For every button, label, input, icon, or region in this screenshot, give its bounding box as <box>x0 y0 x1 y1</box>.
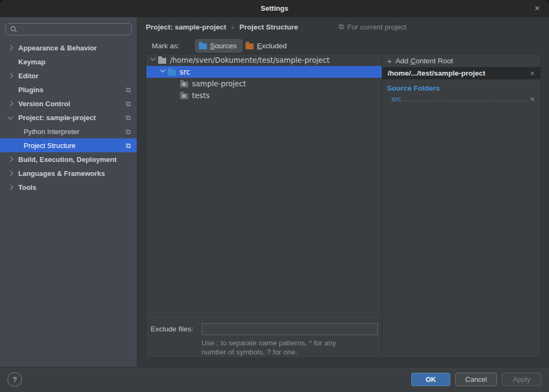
chevron-right-icon <box>8 157 13 162</box>
project-settings-icon: ⧉ <box>126 114 131 121</box>
sidebar-item-label: Version Control <box>18 100 70 108</box>
sidebar-item-label: Keymap <box>18 58 46 66</box>
chevron-right-icon <box>8 45 13 50</box>
chevron-right-icon <box>8 171 13 176</box>
sidebar-item-keymap[interactable]: Keymap <box>0 55 137 69</box>
excluded-folder-icon <box>246 43 254 49</box>
breadcrumb-separator-icon: › <box>232 23 234 31</box>
folder-icon <box>180 82 188 87</box>
tree-row-tests[interactable]: tests <box>146 90 382 101</box>
apply-button[interactable]: Apply <box>502 373 541 386</box>
mark-excluded-label: Excluded <box>257 42 287 50</box>
content-root-row[interactable]: /home/.../test/sample-project ✕ <box>382 67 540 79</box>
sidebar-item-label: Tools <box>18 183 36 191</box>
settings-nav: Appearance & Behavior Keymap Editor Plug… <box>0 41 137 194</box>
question-icon: ? <box>12 375 17 384</box>
exclude-hint-line2: number of symbols, ? for one. <box>202 348 298 356</box>
settings-body: Appearance & Behavior Keymap Editor Plug… <box>0 17 549 392</box>
window-title: Settings <box>0 0 549 17</box>
close-icon[interactable]: ✕ <box>530 0 545 17</box>
project-settings-icon: ⧉ <box>126 128 131 135</box>
sidebar-item-label: Languages & Frameworks <box>18 169 105 177</box>
tree-row-content-root[interactable]: /home/sven/Dokumente/test/sample-project <box>146 54 382 66</box>
source-folder-name: src <box>391 95 401 103</box>
mark-sources-label: Sources <box>210 42 237 50</box>
sidebar-item-label: Editor <box>18 72 39 80</box>
add-content-root-label: Add Content Root <box>396 57 453 65</box>
tree-row-label: src <box>180 68 190 76</box>
content-root-tree-panel: /home/sven/Dokumente/test/sample-project… <box>146 54 382 358</box>
remove-content-root-icon[interactable]: ✕ <box>530 70 535 77</box>
scope-note-label: For current project <box>347 23 406 31</box>
exclude-hint-line1: Use ; to separate name patterns, * for a… <box>202 339 336 347</box>
cancel-button[interactable]: Cancel <box>455 373 497 386</box>
sidebar-item-version-control[interactable]: Version Control ⧉ <box>0 97 137 110</box>
plus-icon: + <box>387 57 392 65</box>
add-content-root-button[interactable]: + Add Content Root <box>382 54 540 67</box>
sidebar-item-plugins[interactable]: Plugins ⧉ <box>0 83 137 97</box>
chevron-down-icon <box>8 114 13 120</box>
sidebar-item-label: Plugins <box>18 86 43 94</box>
project-settings-icon: ⧉ <box>339 23 344 31</box>
settings-search-box[interactable] <box>5 23 132 35</box>
window-titlebar: Settings ✕ <box>0 0 549 17</box>
exclude-files-label: Exclude files: <box>151 325 194 333</box>
sidebar-item-appearance-behavior[interactable]: Appearance & Behavior <box>0 41 137 55</box>
settings-search-input[interactable] <box>19 25 128 33</box>
project-structure-panels: /home/sven/Dokumente/test/sample-project… <box>146 54 541 358</box>
dialog-footer: ? OK Cancel Apply <box>0 367 549 392</box>
help-button[interactable]: ? <box>8 372 22 387</box>
exclude-files-input[interactable] <box>202 323 378 335</box>
sidebar-item-build-execution-deployment[interactable]: Build, Execution, Deployment <box>0 152 137 166</box>
chevron-right-icon <box>8 101 13 106</box>
dialog-buttons: OK Cancel Apply <box>411 373 541 386</box>
breadcrumb: Project: sample-project › Project Struct… <box>146 21 298 32</box>
settings-content: Project: sample-project › Project Struct… <box>137 17 549 367</box>
sidebar-item-editor[interactable]: Editor <box>0 69 137 83</box>
dotted-leader <box>403 94 528 101</box>
sidebar-item-languages-frameworks[interactable]: Languages & Frameworks <box>0 166 137 180</box>
folder-icon <box>180 93 188 99</box>
sidebar-item-label: Python Interpreter <box>24 128 79 136</box>
exclude-files-section: Exclude files: Use ; to separate name pa… <box>146 317 382 323</box>
tree-row-label: sample-project <box>192 79 246 88</box>
tree-row-label: tests <box>192 91 210 100</box>
sidebar-item-python-interpreter[interactable]: Python Interpreter ⧉ <box>0 124 137 138</box>
breadcrumb-page: Project Structure <box>239 23 298 31</box>
sidebar-item-project-structure[interactable]: Project Structure ⧉ <box>0 138 137 152</box>
sidebar-item-label: Appearance & Behavior <box>18 44 97 52</box>
breadcrumb-project: Project: sample-project <box>146 23 226 31</box>
chevron-right-icon <box>8 73 13 78</box>
ok-button[interactable]: OK <box>411 373 450 386</box>
mark-sources-button[interactable]: Sources <box>195 39 243 53</box>
sidebar-item-label: Build, Execution, Deployment <box>18 156 116 164</box>
settings-sidebar: Appearance & Behavior Keymap Editor Plug… <box>0 17 137 367</box>
source-folder-row[interactable]: src ✕ <box>391 94 535 103</box>
remove-source-folder-icon[interactable]: ✕ <box>530 95 535 103</box>
scope-note: ⧉ For current project <box>339 21 406 32</box>
source-folders-header: Source Folders <box>387 84 540 92</box>
project-settings-icon: ⧉ <box>126 142 131 149</box>
settings-dialog: Settings ✕ Appearance & Behavior Keymap <box>0 0 549 392</box>
sidebar-item-project-sample-project[interactable]: Project: sample-project ⧉ <box>0 110 137 124</box>
sidebar-item-label: Project Structure <box>24 142 76 150</box>
content-roots-panel: + Add Content Root /home/.../test/sample… <box>382 54 540 358</box>
project-settings-icon: ⧉ <box>126 100 131 107</box>
tree-row-sample-project[interactable]: sample-project <box>146 78 382 90</box>
folder-icon <box>158 58 166 64</box>
tree-row-label: /home/sven/Dokumente/test/sample-project <box>170 56 330 64</box>
content-root-path: /home/.../test/sample-project <box>388 69 485 77</box>
source-folder-icon <box>168 70 176 76</box>
mark-excluded-button[interactable]: Excluded <box>242 39 292 53</box>
chevron-right-icon <box>8 184 13 190</box>
chevron-down-icon[interactable] <box>151 55 156 61</box>
sidebar-item-label: Project: sample-project <box>18 114 96 122</box>
mark-as-toolbar: Mark as: Sources Excluded <box>152 39 292 53</box>
search-icon <box>10 26 17 33</box>
project-settings-icon: ⧉ <box>126 86 131 93</box>
tree-row-src[interactable]: src <box>146 66 382 78</box>
chevron-down-icon[interactable] <box>160 67 166 72</box>
sources-folder-icon <box>199 43 207 49</box>
mark-as-label: Mark as: <box>152 42 180 50</box>
sidebar-item-tools[interactable]: Tools <box>0 180 137 194</box>
